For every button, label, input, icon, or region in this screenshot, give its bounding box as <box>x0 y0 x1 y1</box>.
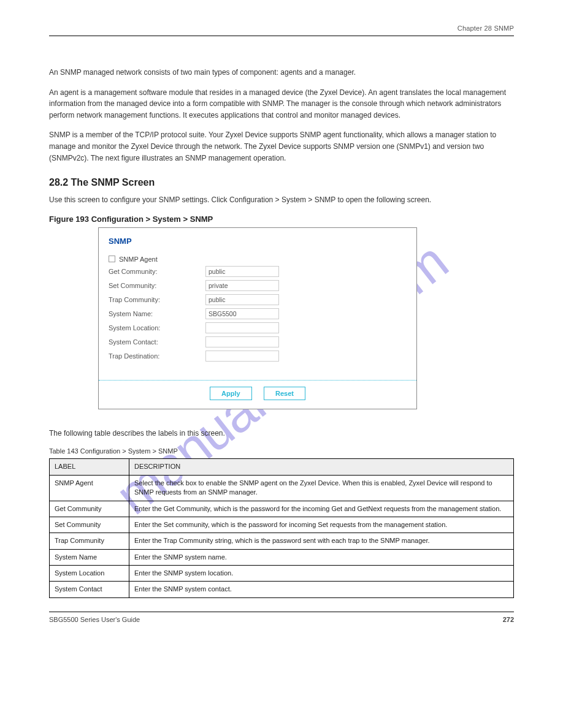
set-community-row: Set Community: <box>109 280 407 291</box>
get-community-row: Get Community: <box>109 266 407 277</box>
system-location-label: System Location: <box>109 324 205 332</box>
page-content: Chapter 28 SNMP An SNMP managed network … <box>0 0 563 642</box>
figure-caption: Figure 193 Configuration > System > SNMP <box>49 214 514 224</box>
row-label: SNMP Agent <box>50 475 129 501</box>
row-label: System Name <box>50 549 129 565</box>
table-row: Get Community Enter the Get Community, w… <box>50 501 514 517</box>
trap-destination-label: Trap Destination: <box>109 352 205 360</box>
get-community-label: Get Community: <box>109 268 205 275</box>
panel-divider <box>99 380 416 381</box>
trap-destination-input[interactable] <box>205 351 279 362</box>
row-label: Trap Community <box>50 533 129 549</box>
system-contact-row: System Contact: <box>109 336 407 347</box>
row-desc: Enter the Trap Community string, which i… <box>129 533 514 549</box>
top-horizontal-rule <box>49 36 514 36</box>
apply-button[interactable]: Apply <box>210 387 252 400</box>
snmp-agent-label: SNMP Agent <box>119 256 158 263</box>
system-contact-label: System Contact: <box>109 338 205 346</box>
table-header-row: LABEL DESCRIPTION <box>50 459 514 475</box>
reset-button[interactable]: Reset <box>264 387 305 400</box>
panel-button-bar: Apply Reset <box>109 387 407 409</box>
row-label: System Contact <box>50 582 129 597</box>
footer-page-number: 272 <box>503 616 514 623</box>
table-lead-text: The following table describes the labels… <box>49 428 514 439</box>
get-community-input[interactable] <box>205 266 279 277</box>
row-desc: Enter the SNMP system location. <box>129 566 514 582</box>
table-head-description: DESCRIPTION <box>129 459 514 475</box>
section-lead-text: Use this screen to configure your SNMP s… <box>49 194 514 206</box>
row-desc: Enter the SNMP system name. <box>129 549 514 565</box>
intro-paragraph-3: SNMP is a member of the TCP/IP protocol … <box>49 129 514 164</box>
table-row: System Location Enter the SNMP system lo… <box>50 566 514 582</box>
intro-paragraph-1: An SNMP managed network consists of two … <box>49 67 514 78</box>
system-location-row: System Location: <box>109 322 407 333</box>
table-row: SNMP Agent Select the check box to enabl… <box>50 475 514 501</box>
system-contact-input[interactable] <box>205 336 279 347</box>
trap-community-input[interactable] <box>205 294 279 305</box>
table-row: System Name Enter the SNMP system name. <box>50 549 514 565</box>
row-desc: Enter the Set community, which is the pa… <box>129 517 514 533</box>
chapter-header: Chapter 28 SNMP <box>49 25 514 32</box>
table-row: System Contact Enter the SNMP system con… <box>50 582 514 597</box>
footer-left: SBG5500 Series User's Guide <box>49 616 140 623</box>
row-label: Set Community <box>50 517 129 533</box>
trap-community-row: Trap Community: <box>109 294 407 305</box>
snmp-settings-panel: SNMP SNMP Agent Get Community: Set Commu… <box>98 227 417 409</box>
description-table: LABEL DESCRIPTION SNMP Agent Select the … <box>49 458 514 598</box>
intro-paragraph-2: An agent is a management software module… <box>49 87 514 121</box>
section-title: 28.2 The SNMP Screen <box>49 177 514 188</box>
snmp-agent-checkbox[interactable] <box>109 256 115 262</box>
row-desc: Enter the SNMP system contact. <box>129 582 514 597</box>
panel-title: SNMP <box>109 237 407 246</box>
table-row: Trap Community Enter the Trap Community … <box>50 533 514 549</box>
table-head-label: LABEL <box>50 459 129 475</box>
table-row: Set Community Enter the Set community, w… <box>50 517 514 533</box>
row-desc: Enter the Get Community, which is the pa… <box>129 501 514 517</box>
trap-destination-row: Trap Destination: <box>109 351 407 362</box>
system-name-label: System Name: <box>109 310 205 317</box>
row-desc: Select the check box to enable the SNMP … <box>129 475 514 501</box>
system-name-input[interactable] <box>205 308 279 319</box>
row-label: System Location <box>50 566 129 582</box>
page-footer: SBG5500 Series User's Guide 272 <box>49 612 514 623</box>
snmp-agent-row: SNMP Agent <box>109 256 407 263</box>
set-community-label: Set Community: <box>109 282 205 289</box>
set-community-input[interactable] <box>205 280 279 291</box>
table-title: Table 143 Configuration > System > SNMP <box>49 447 514 455</box>
system-name-row: System Name: <box>109 308 407 319</box>
trap-community-label: Trap Community: <box>109 296 205 303</box>
row-label: Get Community <box>50 501 129 517</box>
system-location-input[interactable] <box>205 322 279 333</box>
